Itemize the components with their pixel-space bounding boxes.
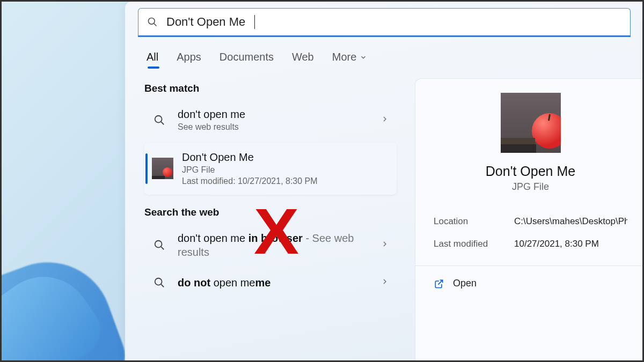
- tab-documents[interactable]: Documents: [219, 51, 274, 63]
- search-icon: [150, 273, 169, 292]
- open-icon: [434, 278, 444, 289]
- tab-apps[interactable]: Apps: [177, 51, 201, 63]
- section-search-web: Search the web: [144, 206, 397, 218]
- svg-point-6: [155, 278, 162, 285]
- tab-web[interactable]: Web: [292, 51, 314, 63]
- results-list: Best match don't open me See web results: [125, 75, 409, 361]
- results-area: Best match don't open me See web results: [125, 70, 643, 361]
- tab-more[interactable]: More: [332, 51, 368, 63]
- result-title: don't open me in browser - See web resul…: [178, 231, 372, 259]
- result-file-selected[interactable]: Don't Open Me JPG File Last modified: 10…: [144, 143, 397, 195]
- open-action[interactable]: Open: [434, 275, 627, 292]
- meta-location-value: C:\Users\mahes\Desktop\Phot: [514, 216, 627, 227]
- meta-modified-value: 10/27/2021, 8:30 PM: [514, 239, 627, 249]
- result-web-meme[interactable]: do not open meme: [144, 268, 397, 298]
- svg-line-1: [154, 24, 157, 26]
- tab-all[interactable]: All: [147, 51, 158, 63]
- open-label: Open: [453, 278, 477, 289]
- search-query-text: Don't Open Me: [166, 15, 245, 29]
- result-file-modified: Last modified: 10/27/2021, 8:30 PM: [182, 175, 389, 187]
- svg-point-2: [155, 116, 162, 123]
- filter-tabs: All Apps Documents Web More: [125, 37, 643, 70]
- preview-title: Don't Open Me: [434, 164, 627, 179]
- preview-thumbnail: [501, 93, 561, 153]
- result-subtitle: See web results: [178, 121, 372, 133]
- chevron-right-icon[interactable]: [380, 240, 389, 250]
- file-thumbnail: [152, 158, 173, 179]
- svg-line-5: [161, 247, 164, 249]
- preview-metadata: Location C:\Users\mahes\Desktop\Phot Las…: [434, 216, 627, 249]
- search-icon: [147, 17, 158, 27]
- tab-more-label: More: [332, 51, 357, 63]
- chevron-right-icon[interactable]: [380, 277, 389, 288]
- result-web-browser[interactable]: don't open me in browser - See web resul…: [144, 226, 397, 264]
- result-title: don't open me: [178, 107, 372, 121]
- preview-pane: Don't Open Me JPG File Location C:\Users…: [415, 78, 643, 361]
- svg-line-7: [161, 284, 164, 287]
- search-icon: [150, 110, 169, 130]
- chevron-down-icon: [360, 54, 367, 61]
- result-file-type: JPG File: [182, 164, 389, 176]
- meta-modified-label: Last modified: [434, 239, 514, 249]
- svg-line-3: [161, 122, 164, 124]
- divider: [415, 265, 643, 266]
- text-caret: [254, 15, 255, 29]
- preview-type: JPG File: [434, 181, 627, 193]
- result-title: Don't Open Me: [182, 150, 389, 164]
- section-best-match: Best match: [144, 83, 397, 94]
- result-web-top[interactable]: don't open me See web results: [144, 102, 397, 138]
- result-title: do not open meme: [178, 276, 372, 290]
- start-search-panel: Don't Open Me All Apps Documents Web Mor…: [125, 2, 643, 361]
- svg-point-0: [149, 18, 155, 25]
- chevron-right-icon[interactable]: [380, 115, 389, 125]
- svg-point-4: [155, 241, 162, 248]
- search-icon: [150, 235, 169, 255]
- search-input[interactable]: Don't Open Me: [138, 8, 631, 37]
- meta-location-label: Location: [434, 216, 514, 227]
